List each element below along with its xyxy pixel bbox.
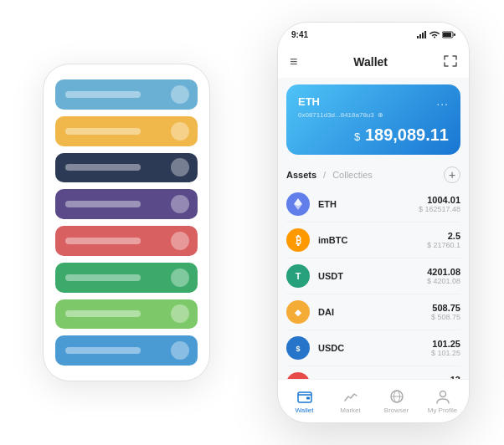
card-7-dot (171, 304, 189, 323)
signal-icon (417, 31, 427, 38)
card-8[interactable] (55, 335, 198, 366)
eth-amount-value: 189,089.11 (365, 125, 449, 144)
eth-card-top: ETH ... (298, 95, 449, 108)
eth-token-usd: $ 162517.48 (419, 205, 460, 213)
status-icons (417, 31, 455, 38)
header-title: Wallet (353, 55, 388, 69)
usdc-token-amounts: 101.25 $ 101.25 (431, 339, 460, 357)
assets-header: Assets / Collecties + (286, 161, 460, 187)
eth-address-text: 0x08711d3d...8418a78u3 (298, 111, 374, 119)
svg-point-18 (440, 391, 445, 397)
token-item-imbtc[interactable]: ₿ imBTC 2.5 $ 21760.1 (286, 222, 460, 258)
expand-icon[interactable] (444, 55, 457, 69)
imbtc-token-usd: $ 21760.1 (427, 241, 460, 249)
svg-rect-6 (454, 33, 455, 36)
eth-card[interactable]: ETH ... 0x08711d3d...8418a78u3 ⊕ $ 189,0… (286, 84, 460, 155)
eth-address-icon: ⊕ (378, 111, 383, 119)
token-item-usdc[interactable]: $ USDC 101.25 $ 101.25 (286, 330, 460, 366)
card-8-dot (171, 341, 189, 360)
eth-card-dots[interactable]: ... (436, 95, 449, 108)
assets-tabs: Assets / Collecties (286, 170, 373, 180)
imbtc-token-icon: ₿ (286, 228, 310, 252)
market-nav-icon (342, 388, 359, 405)
usdt-token-icon: T (286, 264, 310, 288)
nav-browser[interactable]: Browser (373, 388, 419, 414)
wifi-icon (429, 31, 440, 38)
card-3-dot (171, 158, 189, 176)
menu-icon[interactable]: ≡ (290, 54, 297, 69)
assets-tab-slash: / (323, 170, 326, 180)
card-2[interactable] (55, 116, 198, 146)
usdc-token-amount: 101.25 (431, 339, 460, 349)
imbtc-token-name: imBTC (318, 235, 427, 245)
eth-address: 0x08711d3d...8418a78u3 ⊕ (298, 111, 449, 119)
browser-nav-icon (388, 388, 405, 405)
dai-token-amounts: 508.75 $ 508.75 (431, 303, 460, 321)
browser-nav-label: Browser (384, 407, 409, 414)
eth-token-amounts: 1004.01 $ 162517.48 (419, 195, 460, 213)
svg-rect-1 (419, 34, 421, 38)
assets-tab-secondary[interactable]: Collecties (332, 170, 373, 180)
svg-rect-5 (443, 33, 451, 37)
card-5-dot (171, 232, 189, 250)
battery-icon (442, 31, 455, 38)
svg-rect-2 (422, 33, 424, 38)
status-time: 9:41 (291, 30, 308, 39)
tft-token-icon: 🌊 (286, 372, 310, 379)
svg-text:$: $ (296, 345, 300, 353)
token-item-usdt[interactable]: T USDT 4201.08 $ 4201.08 (286, 258, 460, 294)
card-6[interactable] (55, 263, 198, 293)
token-list: ETH 1004.01 $ 162517.48 ₿ imBTC 2.5 $ 21… (286, 187, 460, 379)
market-nav-label: Market (340, 407, 360, 414)
token-item-tft[interactable]: 🌊 TFT 13 0 (286, 366, 460, 379)
nav-profile[interactable]: My Profile (419, 388, 465, 414)
card-1-dot (171, 85, 189, 104)
usdc-token-name: USDC (318, 343, 431, 353)
card-1[interactable] (55, 79, 198, 110)
card-4-dot (171, 195, 189, 213)
usdc-token-icon: $ (286, 336, 310, 360)
dai-token-usd: $ 508.75 (431, 313, 460, 321)
svg-rect-3 (424, 31, 426, 38)
svg-rect-14 (306, 397, 310, 400)
eth-token-icon (286, 192, 310, 216)
wallet-nav-icon (296, 388, 313, 405)
usdc-token-usd: $ 101.25 (431, 349, 460, 357)
assets-add-button[interactable]: + (444, 166, 460, 183)
eth-token-name: ETH (318, 199, 419, 209)
usdt-token-name: USDT (318, 271, 427, 281)
wallet-nav-label: Wallet (296, 407, 314, 414)
card-2-dot (171, 122, 189, 141)
dai-token-icon: ◆ (286, 300, 310, 324)
svg-text:◆: ◆ (294, 308, 302, 317)
card-6-dot (171, 269, 189, 287)
card-3[interactable] (55, 153, 198, 183)
card-7[interactable] (55, 299, 198, 330)
card-4[interactable] (55, 189, 198, 219)
nav-wallet[interactable]: Wallet (281, 388, 327, 414)
dai-token-name: DAI (318, 307, 431, 317)
status-bar: 9:41 (278, 23, 469, 46)
profile-nav-label: My Profile (428, 407, 458, 414)
token-item-dai[interactable]: ◆ DAI 508.75 $ 508.75 (286, 294, 460, 330)
eth-amount: $ 189,089.11 (298, 125, 449, 145)
profile-nav-icon (435, 388, 451, 405)
eth-amount-symbol: $ (354, 130, 360, 143)
imbtc-token-amount: 2.5 (427, 231, 460, 241)
eth-token-amount: 1004.01 (419, 195, 460, 205)
token-item-eth[interactable]: ETH 1004.01 $ 162517.48 (286, 187, 460, 222)
back-phone (43, 64, 210, 381)
usdt-token-amount: 4201.08 (427, 267, 460, 277)
bottom-nav: Wallet Market Browser (278, 379, 469, 422)
nav-market[interactable]: Market (327, 388, 373, 414)
card-5[interactable] (55, 226, 198, 256)
imbtc-token-amounts: 2.5 $ 21760.1 (427, 231, 460, 249)
svg-rect-0 (417, 36, 419, 38)
phone-header: ≡ Wallet (278, 46, 469, 78)
eth-card-label: ETH (298, 95, 320, 108)
scene: 9:41 (18, 13, 486, 432)
dai-token-amount: 508.75 (431, 303, 460, 313)
front-phone: 9:41 (277, 22, 470, 423)
assets-tab-active[interactable]: Assets (286, 170, 316, 180)
usdt-token-usd: $ 4201.08 (427, 277, 460, 285)
